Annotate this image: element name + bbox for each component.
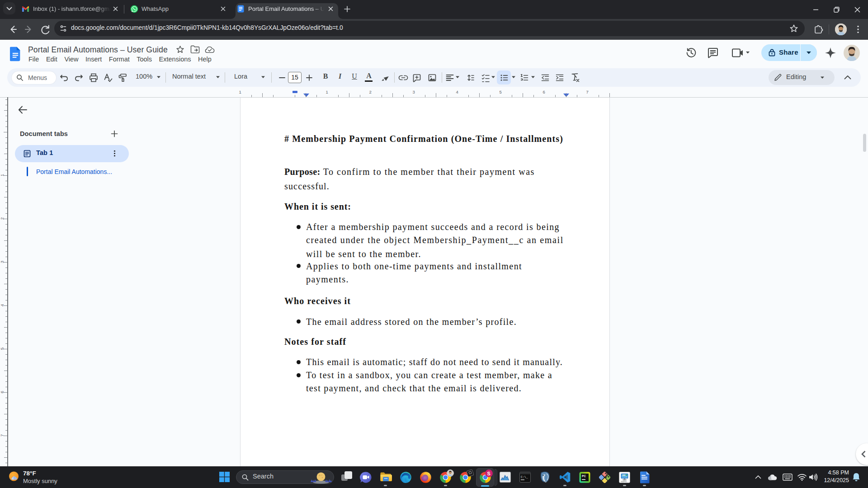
svg-text:C:\_: C:\_ xyxy=(521,476,528,479)
svg-text:PC: PC xyxy=(582,474,586,478)
svg-text:TaskPro: TaskPro xyxy=(621,481,627,483)
